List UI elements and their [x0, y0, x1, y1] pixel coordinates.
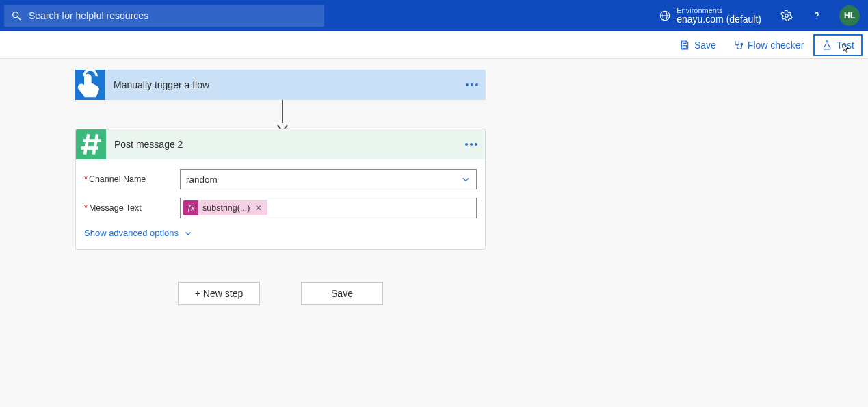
- flow-checker-button[interactable]: Flow checker: [726, 34, 811, 56]
- gear-icon: [780, 10, 793, 22]
- action-body: Channel Name random Message Text: [76, 159, 485, 249]
- test-label: Test: [837, 40, 854, 51]
- help-icon: [811, 10, 823, 22]
- bottom-buttons: + New step Save: [75, 282, 486, 305]
- channel-name-label: Channel Name: [84, 174, 173, 184]
- test-button[interactable]: Test: [813, 34, 863, 56]
- expression-token[interactable]: ƒx substring(...) ✕: [183, 200, 267, 215]
- svg-point-6: [816, 18, 817, 19]
- action-icon: [76, 129, 106, 159]
- environment-picker[interactable]: Environments enayu.com (default): [659, 6, 761, 25]
- action-menu-button[interactable]: [458, 143, 485, 146]
- trigger-card[interactable]: Manually trigger a flow: [75, 70, 486, 100]
- touch-icon: [75, 70, 105, 100]
- hash-icon: [76, 129, 106, 159]
- settings-button[interactable]: [775, 4, 798, 27]
- fx-icon: ƒx: [183, 200, 198, 215]
- svg-point-8: [741, 43, 743, 45]
- more-icon: [466, 83, 478, 86]
- action-card[interactable]: Post message 2 Channel Name random: [75, 129, 486, 250]
- channel-name-value: random: [186, 174, 218, 185]
- svg-point-0: [13, 12, 18, 18]
- save-icon: [679, 40, 690, 51]
- svg-point-5: [785, 14, 789, 18]
- search-icon: [11, 10, 22, 21]
- top-bar: Environments enayu.com (default) HL: [0, 0, 868, 31]
- svg-line-12: [94, 134, 98, 154]
- remove-token-button[interactable]: ✕: [254, 203, 263, 213]
- svg-rect-7: [683, 45, 686, 48]
- flow-canvas: Manually trigger a flow: [0, 59, 868, 407]
- message-text-label: Message Text: [84, 203, 173, 213]
- avatar-initials: HL: [844, 11, 855, 21]
- new-step-label: + New step: [195, 288, 243, 299]
- more-icon: [465, 143, 477, 146]
- search-input[interactable]: [29, 10, 317, 21]
- command-bar: Save Flow checker Test: [0, 31, 868, 59]
- trigger-icon: [75, 70, 105, 100]
- show-advanced-options[interactable]: Show advanced options: [84, 228, 477, 238]
- trigger-menu-button[interactable]: [458, 83, 486, 86]
- save-flow-label: Save: [331, 288, 353, 299]
- advanced-options-label: Show advanced options: [84, 228, 179, 238]
- channel-name-dropdown[interactable]: random: [180, 169, 477, 189]
- message-text-input[interactable]: ƒx substring(...) ✕: [180, 198, 477, 218]
- search-box[interactable]: [4, 5, 324, 27]
- message-text-row: Message Text ƒx substring(...) ✕: [84, 198, 477, 218]
- channel-name-row: Channel Name random: [84, 169, 477, 189]
- expression-token-text: substring(...): [202, 203, 250, 213]
- trigger-title: Manually trigger a flow: [105, 79, 458, 90]
- svg-line-11: [85, 134, 88, 154]
- help-button[interactable]: [805, 4, 828, 27]
- environment-icon: [659, 10, 671, 22]
- svg-line-1: [18, 17, 21, 20]
- stethoscope-icon: [733, 40, 744, 51]
- action-title: Post message 2: [106, 139, 458, 150]
- save-label: Save: [694, 40, 716, 51]
- avatar[interactable]: HL: [839, 5, 860, 26]
- new-step-button[interactable]: + New step: [178, 282, 260, 305]
- environment-value: enayu.com (default): [676, 14, 761, 25]
- save-flow-button[interactable]: Save: [301, 282, 383, 305]
- save-button[interactable]: Save: [672, 34, 723, 56]
- flask-icon: [821, 40, 832, 51]
- chevron-down-icon: [184, 229, 192, 237]
- flow-checker-label: Flow checker: [748, 40, 804, 51]
- chevron-down-icon: [461, 174, 471, 184]
- environment-text: Environments enayu.com (default): [676, 6, 761, 25]
